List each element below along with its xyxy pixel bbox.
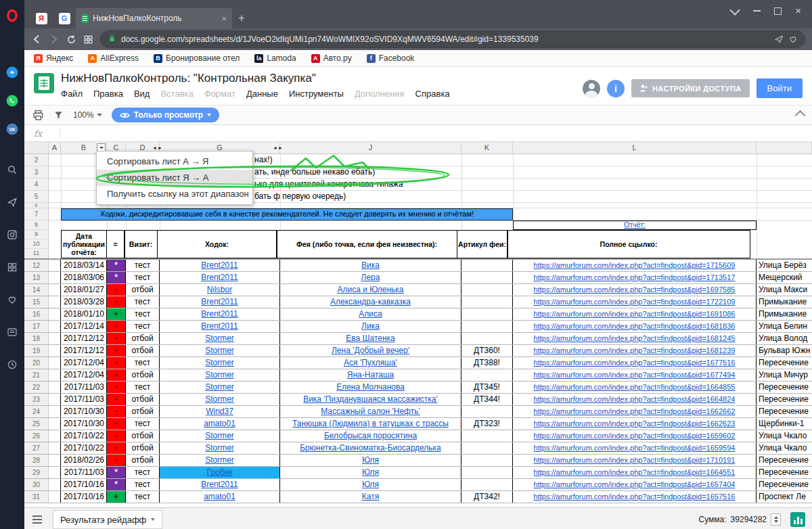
report-url-link[interactable]: https://amurforum.com/index.php?act=find… — [534, 492, 736, 501]
fairy-link[interactable]: Лика — [361, 321, 380, 331]
cell-status-mark[interactable]: - — [107, 345, 126, 356]
column-header-k[interactable]: K — [461, 142, 513, 154]
cell-walker[interactable]: Brent2011 — [160, 272, 280, 283]
cell-visit-type[interactable]: отбой — [126, 455, 160, 466]
report-url-link[interactable]: https://amurforum.com/index.php?act=find… — [534, 407, 736, 415]
fairy-link[interactable]: Алиса — [359, 309, 382, 319]
signin-button[interactable]: Войти — [757, 78, 803, 98]
cell-report-date[interactable]: 2017/10/22 — [61, 442, 107, 454]
menubar-item[interactable]: Вид — [129, 87, 156, 101]
cell-report-url[interactable]: https://amurforum.com/index.php?act=find… — [513, 321, 757, 332]
cell-walker[interactable]: Brent2011 — [160, 308, 280, 320]
cell-visit-type[interactable]: отбой — [126, 442, 160, 454]
row-number[interactable]: 14 — [24, 284, 49, 296]
cell-status-mark[interactable]: - — [107, 394, 126, 405]
row-number[interactable]: 13 — [24, 272, 49, 283]
cell-article[interactable] — [461, 333, 513, 344]
cell-fairy[interactable]: Юля — [280, 467, 461, 478]
cell-status-mark[interactable]: * — [107, 272, 126, 283]
cell-report-url[interactable]: https://amurforum.com/index.php?act=find… — [513, 308, 757, 320]
cell-walker[interactable]: Brent2011 — [160, 260, 280, 271]
cell-status-mark[interactable]: - — [107, 333, 126, 344]
cell-a[interactable] — [49, 455, 61, 466]
cell-a[interactable] — [49, 321, 61, 332]
pinned-tab[interactable]: Я — [30, 8, 53, 28]
cell-walker[interactable]: Brent2011 — [160, 296, 280, 308]
report-url-link[interactable]: https://amurforum.com/index.php?act=find… — [534, 432, 736, 440]
cell-report-date[interactable]: 2017/10/22 — [61, 430, 107, 442]
fairy-link[interactable]: Юля — [362, 467, 379, 477]
cell-fairy[interactable]: Лика — [280, 321, 461, 332]
cell-article[interactable] — [461, 284, 513, 296]
walker-link[interactable]: Nilsbor — [207, 285, 232, 294]
cell-status-mark[interactable]: - — [107, 382, 126, 393]
walker-link[interactable]: Stormer — [205, 370, 234, 380]
walker-link[interactable]: Stormer — [205, 346, 234, 355]
cell-report-url[interactable]: https://amurforum.com/index.php?act=find… — [513, 491, 757, 503]
row-number[interactable]: 12 — [24, 260, 49, 271]
fairy-link[interactable]: Брюнетка-Свиноматка-Биосарделька — [300, 443, 441, 453]
cell-walker[interactable]: Wind37 — [160, 406, 280, 417]
walker-link[interactable]: Brent2011 — [201, 260, 238, 270]
walker-link[interactable]: amato01 — [204, 492, 235, 501]
hidden-columns-icon[interactable]: ◄► — [152, 145, 163, 151]
header-visit[interactable]: Визит: — [124, 230, 158, 258]
back-icon[interactable] — [31, 34, 42, 45]
cell-address[interactable]: Улица Берёз — [757, 260, 812, 271]
cell-report-url[interactable]: https://amurforum.com/index.php?act=find… — [513, 382, 757, 393]
bookmark-item[interactable]: A AliExpress — [88, 53, 139, 63]
row-number[interactable]: 26 — [24, 430, 49, 442]
pinned-tab[interactable]: G — [53, 8, 76, 28]
cell-article[interactable]: ДТ323! — [461, 418, 513, 430]
cell-report-url[interactable]: https://amurforum.com/index.php?act=find… — [513, 296, 757, 308]
cell-walker[interactable]: Stormer — [160, 455, 280, 466]
cell-a[interactable] — [49, 491, 61, 503]
cell-visit-type[interactable]: отбой — [126, 406, 160, 417]
cell-address[interactable]: Улица Мичур — [757, 369, 812, 381]
report-url-link[interactable]: https://amurforum.com/index.php?act=find… — [534, 468, 736, 476]
cell-a[interactable] — [49, 442, 61, 454]
cell-address[interactable]: Улица Чкало — [757, 442, 812, 454]
row-number[interactable]: 15 — [24, 296, 49, 308]
fairy-link[interactable]: Александра-кавказка — [330, 297, 411, 306]
cell-visit-type[interactable]: отбой — [126, 369, 160, 381]
cell-report-url[interactable]: https://amurforum.com/index.php?act=find… — [513, 369, 757, 381]
report-url-link[interactable]: https://amurforum.com/index.php?act=find… — [534, 298, 736, 306]
view-mode-button[interactable]: Только просмотр — [112, 108, 220, 122]
cell-report-url[interactable]: https://amurforum.com/index.php?act=find… — [513, 455, 757, 466]
report-url-link[interactable]: https://amurforum.com/index.php?act=find… — [534, 322, 736, 330]
cell-fairy[interactable]: Лена 'Добрый вечер' — [280, 345, 461, 356]
cell-walker[interactable]: Stormer — [160, 357, 280, 369]
cell-a[interactable] — [49, 479, 61, 490]
header-eq[interactable]: = — [106, 230, 125, 258]
cell-article[interactable] — [461, 467, 513, 478]
row-number[interactable]: 4 — [24, 179, 49, 191]
cell-report-url[interactable]: https://amurforum.com/index.php?act=find… — [513, 406, 757, 417]
cell-visit-type[interactable]: тест — [126, 382, 160, 393]
maximize-icon[interactable] — [774, 7, 782, 15]
bookmark-item[interactable]: В Бронирование отел — [154, 53, 240, 63]
cell-address[interactable]: Пересечение — [757, 357, 812, 369]
cell-walker[interactable]: amato01 — [160, 418, 280, 430]
tab-menu-icon[interactable] — [730, 5, 741, 16]
url-text[interactable]: docs.google.com/spreadsheets/d/1JVoeO2id… — [121, 34, 769, 44]
menubar-item[interactable]: Формат — [199, 87, 241, 101]
cell-report-date[interactable]: 2017/10/30 — [61, 406, 107, 417]
cell-fairy[interactable]: Алиса и Юленька — [280, 284, 461, 296]
cell-fairy[interactable]: Вика — [280, 260, 461, 271]
print-icon[interactable] — [32, 110, 44, 121]
cell-fairy[interactable]: Алиса — [280, 308, 461, 320]
cell-visit-type[interactable]: тест — [126, 260, 160, 271]
cell-status-mark[interactable]: - — [107, 430, 126, 442]
cell-report-date[interactable]: 2017/11/03 — [61, 382, 107, 393]
cell-visit-type[interactable]: отбой — [126, 430, 160, 442]
cell-report-url[interactable]: https://amurforum.com/index.php?act=find… — [513, 467, 757, 478]
cell-address[interactable]: Пересечение — [757, 382, 812, 393]
fairy-link[interactable]: Катя — [362, 492, 379, 501]
close-icon[interactable]: × — [795, 7, 801, 14]
speed-dial-button-icon[interactable] — [83, 34, 93, 45]
cell-address[interactable]: Улица Макси — [757, 284, 812, 296]
cell-fairy[interactable]: Юля — [280, 455, 461, 466]
walker-link[interactable]: Brent2011 — [201, 321, 238, 331]
vk-icon[interactable]: VK — [0, 118, 24, 141]
